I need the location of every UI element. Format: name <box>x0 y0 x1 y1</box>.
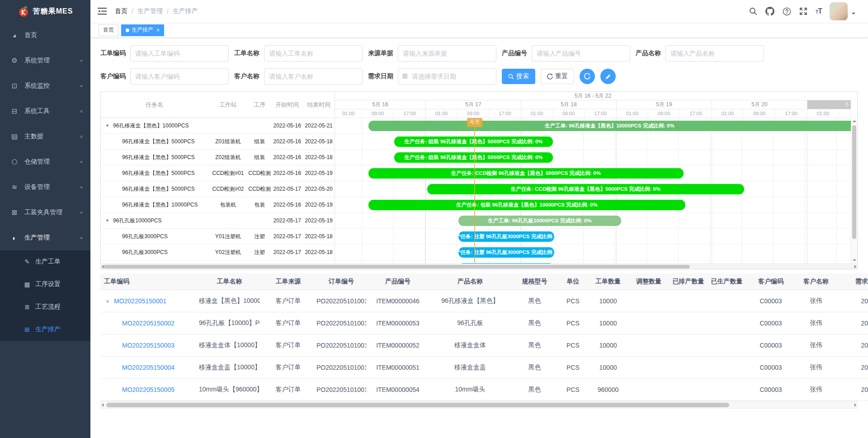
font-size-icon[interactable]: TT <box>816 7 822 15</box>
table-row[interactable]: MO202205150004 移液盒盒盖【10000】PCS 客户订单 PO20… <box>100 357 868 379</box>
cell-order-source: 客户订单 <box>260 341 316 349</box>
gantt-bar[interactable]: 生产工单: 96孔孔板10000PCS 完成比例: 0% <box>458 216 621 226</box>
sidebar-item[interactable]: ⊠ 工装夹具管理 ∨ <box>0 200 90 225</box>
column-header: 已排产数量 <box>669 278 708 286</box>
sidebar-item[interactable]: ⚙ 系统管理 ∨ <box>0 48 90 73</box>
work-order-link[interactable]: MO202205150004 <box>122 364 175 371</box>
task-process: CCD检测 <box>248 185 271 193</box>
gantt-panel: 任务名 工作站 工序 开始时间 结束时间 ▼96孔移液盒【黑色】10000PCS <box>100 91 858 269</box>
scroll-right-icon[interactable] <box>854 265 856 268</box>
logo[interactable]: 苦糖果MES <box>0 0 90 23</box>
scroll-up-icon[interactable] <box>853 120 856 122</box>
sidebar-item[interactable]: ⊡ 系统监控 ∨ <box>0 73 90 99</box>
avatar[interactable] <box>830 2 848 20</box>
gantt-task-row[interactable]: 96孔移液盒【黑色】5000PCS CCD检测#01 CCD检测 2022-05… <box>101 165 335 181</box>
gantt-task-row[interactable]: 96孔移液盒【黑色】10000PCS 包装机 包装 2022-05-16 202… <box>101 197 335 213</box>
filter-label: 需求日期 <box>368 72 396 80</box>
help-icon[interactable] <box>782 7 791 16</box>
customer-name-input[interactable] <box>264 68 363 85</box>
product-name-input[interactable] <box>665 45 764 61</box>
scrollbar-thumb[interactable] <box>106 403 729 407</box>
sidebar-item[interactable]: ◕ 首页 <box>0 23 90 48</box>
column-header: 订单编号 <box>316 278 366 286</box>
tab-home[interactable]: 首页 <box>99 24 118 36</box>
gantt-task-row[interactable]: 96孔孔板3000PCS Y02注塑机 注塑 2022-05-17 2022-0… <box>101 245 335 260</box>
gantt-task-row[interactable]: 96孔移液盒【黑色】5000PCS Z02组装机 组装 2022-05-16 2… <box>101 150 335 165</box>
gantt-task-row[interactable]: ▼96孔移液盒【黑色】10000PCS 2022-05-16 2022-05-2… <box>101 118 335 134</box>
gantt-bar[interactable]: 生产任务: 组装 96孔移液盒【黑色】5000PCS 完成比例: 0% <box>394 137 553 147</box>
sidebar-item[interactable]: ◐ 生产管理 ∧ <box>0 225 90 250</box>
gantt-bar-label: 生产任务: 注塑 96孔孔板3000PCS 完成比例: 0% <box>458 249 554 256</box>
gantt-task-row[interactable]: ▼96孔孔板10000PCS 2022-05-17 2022-05-19 <box>101 213 335 229</box>
task-process: 注塑 <box>248 233 271 240</box>
search-button-label: 搜索 <box>516 72 529 80</box>
gantt-horizontal-scrollbar[interactable] <box>101 264 857 269</box>
edit-button[interactable] <box>600 69 616 84</box>
work-order-link[interactable]: MO202205150005 <box>122 386 175 393</box>
scroll-left-icon[interactable] <box>102 403 104 407</box>
breadcrumb-item[interactable]: 生产管理 <box>137 7 163 15</box>
reset-button[interactable]: 重置 <box>541 69 574 84</box>
product-code-input[interactable] <box>532 45 630 61</box>
scroll-right-icon[interactable] <box>854 403 856 407</box>
table-row[interactable]: MO202205150003 移液盒盒体【10000】PCS 客户订单 PO20… <box>100 334 868 357</box>
sidebar-item[interactable]: ⬡ 仓储管理 ∨ <box>0 149 90 174</box>
scrollbar-thumb[interactable] <box>104 265 690 268</box>
user-menu-caret-icon[interactable] <box>852 13 855 16</box>
column-header: 工单编码 <box>100 278 199 286</box>
work-order-name-input[interactable] <box>264 45 363 61</box>
demand-date-input[interactable] <box>398 68 496 85</box>
sidebar-item[interactable]: ▤ 主数据 ∨ <box>0 124 90 149</box>
gantt-bar[interactable]: 生产任务: 注塑 96孔孔板3000PCS 完成比例: 0% <box>458 231 554 242</box>
table-row[interactable]: MO202205150002 96孔孔板【10000】PCS 客户订单 PO20… <box>100 312 868 334</box>
today-marker: 今天 <box>467 118 482 127</box>
scroll-down-icon[interactable] <box>853 259 856 261</box>
task-name: 96孔孔板3000PCS <box>122 249 168 256</box>
breadcrumb-item[interactable]: 生产排产 <box>173 7 198 15</box>
table-row[interactable]: MO202205150005 10mm吸头【960000】PCS 客户订单 PO… <box>100 379 868 401</box>
chevron-icon: ∨ <box>80 84 83 88</box>
sidebar-item[interactable]: ✎ 生产工单 <box>0 250 90 273</box>
customer-code-input[interactable] <box>130 68 229 85</box>
table-horizontal-scrollbar[interactable] <box>100 401 858 409</box>
tab-production-scheduling[interactable]: 生产排产 × <box>121 24 164 36</box>
search-icon[interactable] <box>749 7 758 16</box>
gantt-bar[interactable]: 生产任务: 组装 96孔移液盒【黑色】5000PCS 完成比例: 0% <box>394 152 553 163</box>
github-icon[interactable] <box>765 7 774 16</box>
expand-caret-icon[interactable]: ▼ <box>105 123 113 128</box>
sidebar-item[interactable]: ▦ 工序设置 <box>0 273 90 296</box>
sidebar-item[interactable]: ≣ 工艺流程 <box>0 296 90 318</box>
gantt-task-row[interactable]: 96孔孔板3000PCS Y01注塑机 注塑 2022-05-17 2022-0… <box>101 229 335 245</box>
filter-label: 客户名称 <box>234 72 262 80</box>
refresh-button[interactable] <box>580 69 595 84</box>
close-icon[interactable]: × <box>156 27 160 33</box>
fullscreen-icon[interactable] <box>799 7 808 16</box>
sidebar-item[interactable]: ⊟ 系统工具 ∨ <box>0 99 90 124</box>
search-button[interactable]: 搜索 <box>502 69 535 84</box>
work-order-link[interactable]: MO202205150003 <box>122 342 175 349</box>
sidebar-item[interactable]: ⊞ 生产排产 <box>0 318 90 341</box>
scrollbar-thumb[interactable] <box>852 125 856 239</box>
cell-unit: PCS <box>558 342 588 349</box>
timeline-hour: 01:00 <box>426 109 458 118</box>
breadcrumb: 首页 / 生产管理 / 生产排产 <box>115 7 202 15</box>
work-order-code-input[interactable] <box>130 45 229 61</box>
source-doc-input[interactable] <box>398 45 496 61</box>
expand-caret-icon[interactable]: ∨ <box>106 298 114 304</box>
timeline-hour: 09:00 <box>362 109 394 118</box>
gantt-task-row[interactable]: 96孔孔板3000PCS Y03注塑机 注塑 2022-05-17 2022-0… <box>101 260 335 264</box>
breadcrumb-item[interactable]: 首页 <box>115 7 127 15</box>
work-order-link[interactable]: MO202205150001 <box>114 297 166 305</box>
gantt-bar[interactable]: 生产任务: CCD检测 96孔移液盒【黑色】5000PCS 完成比例: 0% <box>368 168 684 179</box>
sidebar-toggle-icon[interactable] <box>98 7 108 15</box>
gantt-task-row[interactable]: 96孔移液盒【黑色】5000PCS CCD检测#02 CCD检测 2022-05… <box>101 181 335 197</box>
gantt-task-row[interactable]: 96孔移液盒【黑色】5000PCS Z01组装机 组装 2022-05-16 2… <box>101 134 335 150</box>
work-order-link[interactable]: MO202205150002 <box>122 320 175 327</box>
table-row[interactable]: ∨MO202205150001 移液盒【黑色】10000个 客户订单 PO202… <box>100 290 868 312</box>
gantt-bar[interactable]: 生产工单: 96孔移液盒【黑色】10000PCS 完成比例: 0% <box>368 121 851 131</box>
sidebar-item[interactable]: ≋ 设备管理 ∨ <box>0 174 90 200</box>
gantt-bar[interactable]: 生产任务: 注塑 96孔孔板3000PCS 完成比例: 0% <box>458 247 554 258</box>
expand-caret-icon[interactable]: ▼ <box>105 218 113 223</box>
gantt-bar[interactable]: 生产任务: 包装 96孔移液盒【黑色】10000PCS 完成比例: 0% <box>368 200 685 210</box>
gantt-vertical-scrollbar[interactable] <box>851 118 857 264</box>
